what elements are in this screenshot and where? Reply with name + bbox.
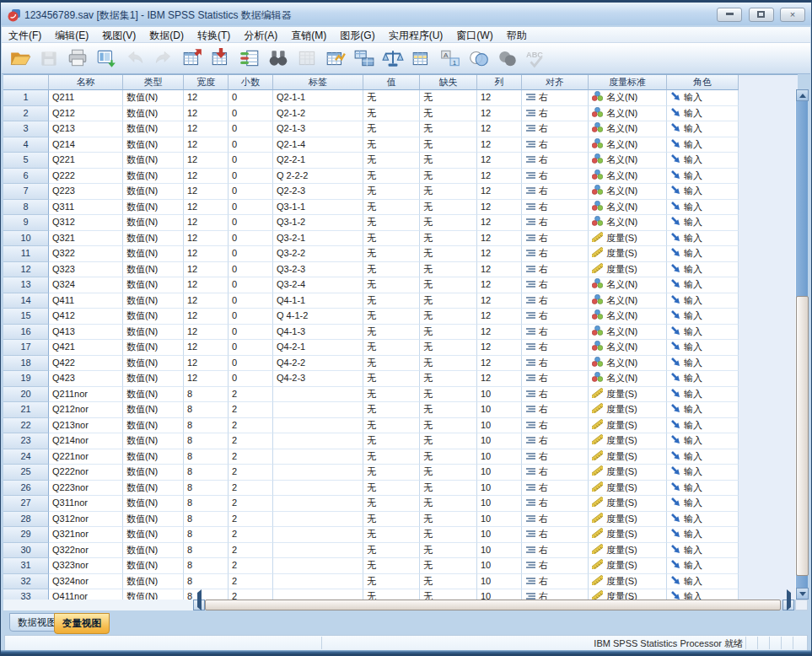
cell-width[interactable]: 12 (184, 90, 229, 106)
cell-missing[interactable]: 无 (420, 137, 477, 153)
cell-decimals[interactable]: 0 (229, 325, 273, 341)
cell-name[interactable]: Q321 (49, 231, 123, 247)
cell-missing[interactable]: 无 (420, 543, 477, 559)
cell-name[interactable]: Q311nor (49, 496, 123, 512)
cell-decimals[interactable]: 2 (229, 402, 273, 418)
cell-type[interactable]: 数值(N) (123, 200, 184, 216)
cell-width[interactable]: 12 (184, 121, 229, 137)
cell-columns[interactable]: 10 (477, 527, 522, 543)
cell-decimals[interactable]: 0 (229, 169, 273, 185)
goto-case-button[interactable] (178, 46, 207, 71)
cell-columns[interactable]: 10 (477, 512, 522, 528)
cell-type[interactable]: 数值(N) (123, 418, 184, 434)
vertical-scrollbar[interactable] (795, 89, 808, 600)
cell-label[interactable] (273, 418, 363, 434)
close-button[interactable]: × (780, 8, 805, 22)
cell-width[interactable]: 8 (184, 449, 229, 465)
cell-role[interactable]: 输入 (667, 293, 739, 309)
cell-measure[interactable]: 名义(N) (589, 184, 667, 200)
cell-measure[interactable]: 度量(S) (589, 512, 667, 528)
cell-name[interactable]: Q321nor (49, 527, 123, 543)
menu-item-transform[interactable]: 转换(T) (191, 27, 237, 43)
cell-values[interactable]: 无 (363, 231, 420, 247)
row-header[interactable]: 13 (3, 277, 49, 293)
cell-width[interactable]: 12 (184, 325, 229, 341)
menu-item-data[interactable]: 数据(D) (143, 27, 191, 43)
cell-missing[interactable]: 无 (420, 512, 477, 528)
cell-label[interactable]: Q2-1-3 (273, 121, 363, 137)
cell-measure[interactable]: 名义(N) (589, 309, 667, 325)
cell-type[interactable]: 数值(N) (123, 309, 184, 325)
cell-width[interactable]: 12 (184, 293, 229, 309)
cell-role[interactable]: 输入 (667, 137, 739, 153)
cell-values[interactable]: 无 (363, 481, 420, 497)
cell-type[interactable]: 数值(N) (123, 340, 184, 356)
cell-role[interactable]: 输入 (667, 200, 739, 216)
cell-columns[interactable]: 10 (477, 449, 522, 465)
cell-name[interactable]: Q323 (49, 262, 123, 278)
cell-label[interactable] (273, 387, 363, 403)
cell-align[interactable]: 右 (522, 106, 589, 122)
cell-label[interactable]: Q2-1-4 (273, 137, 363, 153)
cell-align[interactable]: 右 (522, 387, 589, 403)
cell-missing[interactable]: 无 (420, 325, 477, 341)
row-header[interactable]: 2 (3, 106, 49, 122)
cell-missing[interactable]: 无 (420, 465, 477, 481)
cell-values[interactable]: 无 (363, 402, 420, 418)
cell-columns[interactable]: 10 (477, 558, 522, 574)
cell-align[interactable]: 右 (522, 325, 589, 341)
cell-values[interactable]: 无 (363, 153, 420, 169)
cell-type[interactable]: 数值(N) (123, 90, 184, 106)
menu-item-utilities[interactable]: 实用程序(U) (382, 27, 450, 43)
row-header[interactable]: 12 (3, 262, 49, 278)
cell-columns[interactable]: 12 (477, 262, 522, 278)
cell-measure[interactable]: 名义(N) (589, 137, 667, 153)
cell-columns[interactable]: 10 (477, 387, 522, 403)
cell-width[interactable]: 12 (184, 184, 229, 200)
cell-decimals[interactable]: 0 (229, 277, 273, 293)
cell-label[interactable]: Q3-2-3 (273, 262, 363, 278)
cell-values[interactable]: 无 (363, 465, 420, 481)
cell-name[interactable]: Q312 (49, 215, 123, 231)
open-data-button[interactable] (6, 46, 35, 71)
cell-type[interactable]: 数值(N) (123, 402, 184, 418)
cell-align[interactable]: 右 (522, 153, 589, 169)
row-header[interactable]: 28 (3, 512, 49, 528)
cell-type[interactable]: 数值(N) (123, 356, 184, 372)
cell-width[interactable]: 8 (184, 387, 229, 403)
cell-values[interactable]: 无 (363, 574, 420, 590)
cell-values[interactable]: 无 (363, 277, 420, 293)
menu-item-graphs[interactable]: 图形(G) (333, 27, 381, 43)
cell-label[interactable] (273, 543, 363, 559)
cell-role[interactable]: 输入 (667, 465, 739, 481)
cell-missing[interactable]: 无 (420, 184, 477, 200)
column-header-columns[interactable]: 列 (477, 75, 522, 90)
cell-decimals[interactable]: 0 (229, 340, 273, 356)
cell-name[interactable]: Q412 (49, 309, 123, 325)
cell-measure[interactable]: 度量(S) (589, 433, 667, 449)
cell-name[interactable]: Q211 (49, 90, 123, 106)
cell-type[interactable]: 数值(N) (123, 512, 184, 528)
cell-label[interactable]: Q3-2-4 (273, 277, 363, 293)
cell-role[interactable]: 输入 (667, 184, 739, 200)
cell-role[interactable]: 输入 (667, 325, 739, 341)
cell-name[interactable]: Q312nor (49, 512, 123, 528)
cell-decimals[interactable]: 2 (229, 527, 273, 543)
cell-name[interactable]: Q422 (49, 356, 123, 372)
cell-values[interactable]: 无 (363, 106, 420, 122)
cell-columns[interactable]: 12 (477, 121, 522, 137)
row-header[interactable]: 31 (3, 558, 49, 574)
cell-columns[interactable]: 12 (477, 169, 522, 185)
cell-columns[interactable]: 12 (477, 231, 522, 247)
cell-values[interactable]: 无 (363, 246, 420, 262)
cell-values[interactable]: 无 (363, 371, 420, 387)
row-header[interactable]: 19 (3, 371, 49, 387)
cell-measure[interactable]: 度量(S) (589, 231, 667, 247)
cell-align[interactable]: 右 (522, 402, 589, 418)
cell-values[interactable]: 无 (363, 90, 420, 106)
cell-align[interactable]: 右 (522, 184, 589, 200)
insert-variable-button[interactable] (321, 46, 350, 71)
cell-missing[interactable]: 无 (420, 90, 477, 106)
cell-width[interactable]: 12 (184, 200, 229, 216)
cell-type[interactable]: 数值(N) (123, 496, 184, 512)
